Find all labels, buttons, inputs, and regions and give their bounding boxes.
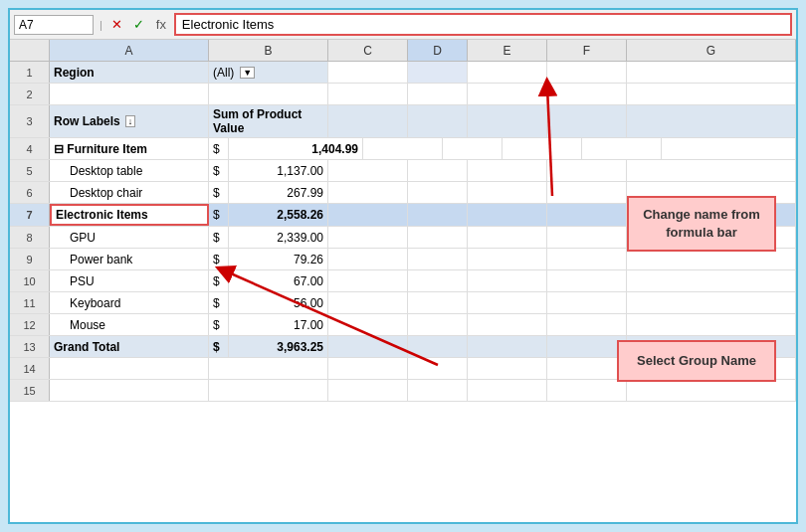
cell-b1[interactable]: (All) ▼	[209, 62, 328, 83]
cell-g4[interactable]	[662, 138, 796, 159]
cell-c13[interactable]	[328, 336, 408, 357]
cell-b8[interactable]: 2,339.00	[229, 227, 328, 248]
cell-b3[interactable]: Sum of Product Value	[209, 105, 328, 137]
cell-c14[interactable]	[328, 358, 408, 379]
cell-g5[interactable]	[627, 160, 796, 181]
cell-a15[interactable]	[50, 380, 209, 401]
cell-d7[interactable]	[408, 204, 468, 226]
cell-g11[interactable]	[627, 292, 796, 313]
name-box[interactable]	[14, 15, 94, 35]
cell-c15[interactable]	[328, 380, 408, 401]
cell-c5[interactable]	[328, 160, 408, 181]
cell-a2[interactable]	[50, 84, 209, 104]
cell-a11[interactable]: Keyboard	[50, 292, 209, 313]
cell-g2[interactable]	[627, 84, 796, 104]
cell-d10[interactable]	[408, 270, 468, 291]
cell-e15[interactable]	[468, 380, 547, 401]
cell-e7[interactable]	[468, 204, 547, 226]
cell-b6-dollar[interactable]: $	[209, 182, 229, 203]
cell-b6[interactable]: 267.99	[229, 182, 328, 203]
cell-d14[interactable]	[408, 358, 468, 379]
cell-b4-dollar[interactable]: $	[209, 138, 229, 159]
confirm-icon[interactable]: ✓	[130, 17, 148, 32]
cell-d5[interactable]	[408, 160, 468, 181]
cell-c11[interactable]	[328, 292, 408, 313]
cell-e10[interactable]	[468, 270, 547, 291]
cell-d15[interactable]	[408, 380, 468, 401]
cell-d1[interactable]	[408, 62, 468, 83]
cell-e9[interactable]	[468, 249, 547, 269]
cell-e3[interactable]	[468, 105, 547, 137]
cell-b7-dollar[interactable]: $	[209, 204, 229, 226]
cell-b15[interactable]	[209, 380, 328, 401]
cell-c6[interactable]	[328, 182, 408, 203]
cell-d3[interactable]	[408, 105, 468, 137]
cell-b9-dollar[interactable]: $	[209, 249, 229, 269]
cell-f1[interactable]	[547, 62, 627, 83]
cell-b8-dollar[interactable]: $	[209, 227, 229, 248]
cell-f8[interactable]	[547, 227, 627, 248]
row-labels-filter[interactable]: ↓	[125, 115, 136, 127]
cell-a4[interactable]: ⊟ Furniture Item	[50, 138, 209, 159]
cell-e14[interactable]	[468, 358, 547, 379]
cell-a14[interactable]	[50, 358, 209, 379]
cell-c12[interactable]	[328, 314, 408, 335]
cell-g3[interactable]	[627, 105, 796, 137]
cell-d9[interactable]	[408, 249, 468, 269]
cell-c2[interactable]	[328, 84, 408, 104]
cancel-icon[interactable]: ✕	[108, 17, 126, 32]
cell-b4[interactable]: 1,404.99	[229, 138, 363, 159]
cell-c10[interactable]	[328, 270, 408, 291]
cell-e8[interactable]	[468, 227, 547, 248]
cell-f14[interactable]	[547, 358, 627, 379]
cell-e6[interactable]	[468, 182, 547, 203]
cell-f12[interactable]	[547, 314, 627, 335]
cell-f9[interactable]	[547, 249, 627, 269]
cell-b12[interactable]: 17.00	[229, 314, 328, 335]
cell-d8[interactable]	[408, 227, 468, 248]
region-filter-button[interactable]: ▼	[240, 67, 255, 79]
formula-input[interactable]	[174, 13, 792, 36]
cell-c7[interactable]	[328, 204, 408, 226]
cell-a8[interactable]: GPU	[50, 227, 209, 248]
cell-a1[interactable]: Region	[50, 62, 209, 83]
cell-f6[interactable]	[547, 182, 627, 203]
cell-a3[interactable]: Row Labels ↓	[50, 105, 209, 137]
cell-e11[interactable]	[468, 292, 547, 313]
cell-d4[interactable]	[443, 138, 503, 159]
cell-b5-dollar[interactable]: $	[209, 160, 229, 181]
cell-b5[interactable]: 1,137.00	[229, 160, 328, 181]
cell-f13[interactable]	[547, 336, 627, 357]
cell-e13[interactable]	[468, 336, 547, 357]
cell-b14[interactable]	[209, 358, 328, 379]
cell-a13[interactable]: Grand Total	[50, 336, 209, 357]
cell-a5[interactable]: Desktop table	[50, 160, 209, 181]
cell-a9[interactable]: Power bank	[50, 249, 209, 269]
cell-b11-dollar[interactable]: $	[209, 292, 229, 313]
cell-e1[interactable]	[468, 62, 547, 83]
cell-a10[interactable]: PSU	[50, 270, 209, 291]
cell-b11[interactable]: 56.00	[229, 292, 328, 313]
cell-b13-dollar[interactable]: $	[209, 336, 229, 357]
cell-f2[interactable]	[547, 84, 627, 104]
cell-b10[interactable]: 67.00	[229, 270, 328, 291]
cell-f10[interactable]	[547, 270, 627, 291]
cell-c9[interactable]	[328, 249, 408, 269]
cell-e4[interactable]	[503, 138, 582, 159]
cell-d12[interactable]	[408, 314, 468, 335]
cell-g15[interactable]	[627, 380, 796, 401]
cell-c1[interactable]	[328, 62, 408, 83]
cell-c4[interactable]	[363, 138, 443, 159]
cell-f11[interactable]	[547, 292, 627, 313]
cell-f5[interactable]	[547, 160, 627, 181]
cell-b12-dollar[interactable]: $	[209, 314, 229, 335]
cell-e12[interactable]	[468, 314, 547, 335]
cell-g12[interactable]	[627, 314, 796, 335]
cell-a7[interactable]: Electronic Items	[50, 204, 209, 226]
cell-d11[interactable]	[408, 292, 468, 313]
cell-c3[interactable]	[328, 105, 408, 137]
cell-b9[interactable]: 79.26	[229, 249, 328, 269]
cell-g1[interactable]	[627, 62, 796, 83]
cell-e5[interactable]	[468, 160, 547, 181]
cell-g10[interactable]	[627, 270, 796, 291]
